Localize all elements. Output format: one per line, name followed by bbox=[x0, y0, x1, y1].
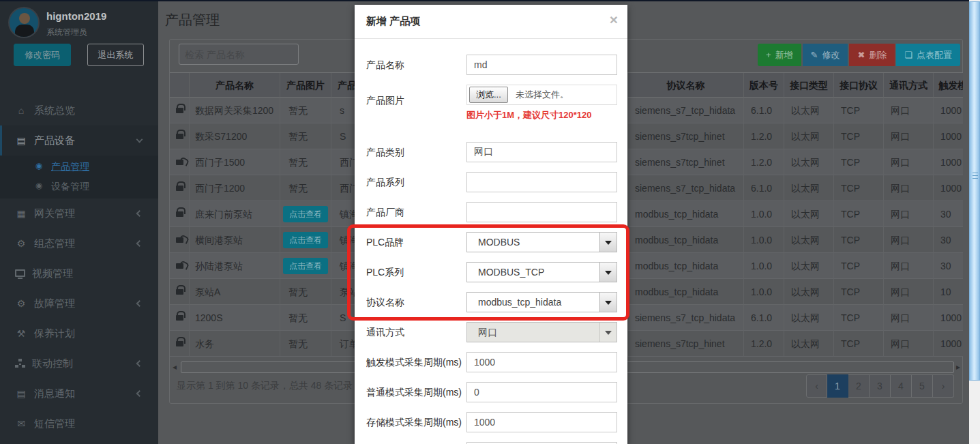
cell-protocol: siemens_s7tcp_hinet bbox=[628, 149, 744, 175]
sidebar-item-device-management[interactable]: ◉设备管理 bbox=[0, 177, 158, 196]
sidebar-item-message-notify[interactable]: ▤消息通知 bbox=[0, 379, 158, 409]
lock-icon bbox=[176, 341, 183, 346]
field-product-category: 产品类别 bbox=[355, 142, 627, 162]
cell-image: 点击查看 bbox=[280, 253, 331, 279]
page-next[interactable]: › bbox=[933, 374, 954, 398]
cell-interface_type: 以太网 bbox=[784, 253, 834, 279]
search-input[interactable] bbox=[179, 44, 299, 65]
cell-comm_mode: 网口 bbox=[884, 175, 934, 201]
lock-icon bbox=[176, 211, 183, 217]
cell-trigger_period: 10 bbox=[934, 279, 963, 305]
field-label: 产品类别 bbox=[366, 142, 469, 162]
cell-comm_mode: 网口 bbox=[884, 279, 934, 305]
delete-button[interactable]: ✖删除 bbox=[849, 44, 895, 66]
cell-image: 暂无 bbox=[280, 123, 331, 149]
normal-period-input[interactable] bbox=[466, 382, 617, 402]
storage-period-input[interactable] bbox=[466, 412, 617, 432]
vertical-scrollbar[interactable] bbox=[969, 0, 980, 444]
lock-cell bbox=[170, 98, 190, 123]
cell-trigger_period: 1000 bbox=[934, 123, 963, 149]
sidebar-item-label: 联动控制 bbox=[32, 357, 73, 369]
close-icon[interactable]: × bbox=[610, 12, 618, 28]
change-password-button[interactable]: 修改密码 bbox=[14, 44, 71, 66]
cell-interface_protocol: TCP bbox=[834, 98, 884, 123]
logout-button[interactable]: 退出系统 bbox=[87, 44, 144, 66]
dropdown-arrow-icon[interactable] bbox=[599, 263, 617, 282]
sidebar-item-label: 消息通知 bbox=[34, 387, 75, 399]
view-image-button[interactable]: 点击查看 bbox=[283, 206, 328, 222]
lock-icon bbox=[176, 134, 183, 139]
scroll-right-icon[interactable]: ▸ bbox=[956, 362, 960, 372]
product-series-input[interactable] bbox=[466, 172, 617, 192]
field-protocol-name: 协议名称modbus_tcp_hidata bbox=[355, 292, 627, 312]
page-3[interactable]: 3 bbox=[870, 374, 891, 398]
protocol-name-select[interactable]: modbus_tcp_hidata bbox=[466, 292, 617, 312]
page-2[interactable]: 2 bbox=[848, 374, 870, 398]
add-button[interactable]: +新增 bbox=[758, 44, 801, 66]
plc-series-select[interactable]: MODBUS_TCP bbox=[466, 262, 617, 282]
sitemap-icon bbox=[15, 359, 25, 368]
scroll-left-icon[interactable]: ◂ bbox=[173, 362, 177, 372]
page-4[interactable]: 4 bbox=[891, 374, 912, 398]
cell-name: 水务 bbox=[190, 331, 280, 357]
plc-brand-select[interactable]: MODBUS bbox=[466, 232, 617, 252]
vertical-scrollbar-thumb[interactable] bbox=[969, 1, 980, 381]
field-plc-series: PLC系列MODBUS_TCP bbox=[355, 262, 627, 282]
cell-comm_mode: 网口 bbox=[884, 201, 934, 227]
home-icon: ⌂ bbox=[15, 95, 27, 125]
sidebar-item-linkage-control[interactable]: 联动控制 bbox=[0, 349, 158, 379]
sidebar-item-product-device[interactable]: ▤产品设备 bbox=[0, 125, 158, 156]
sidebar: hignton2019 系统管理员 修改密码 退出系统 ⌂系统总览▤产品设备◉产… bbox=[0, 1, 158, 444]
cell-protocol: modbus_tcp_hidata bbox=[628, 227, 744, 253]
monitor-icon bbox=[15, 269, 25, 277]
cell-interface_protocol: TCP bbox=[834, 305, 884, 331]
lock-cell bbox=[170, 123, 190, 149]
button-label: 新增 bbox=[775, 49, 793, 61]
field-label: 触发模式采集周期(ms) bbox=[366, 352, 469, 372]
sidebar-item-system-overview[interactable]: ⌂系统总览 bbox=[0, 95, 158, 125]
username: hignton2019 bbox=[46, 10, 106, 22]
sidebar-item-product-management[interactable]: ◉产品管理 bbox=[0, 157, 158, 177]
modal-title: 新增 产品项 bbox=[366, 15, 420, 28]
cell-trigger_period: 1000 bbox=[934, 175, 963, 201]
field-label: 产品名称 bbox=[366, 55, 469, 75]
sidebar-item-maintenance-plan[interactable]: ⚒保养计划 bbox=[0, 319, 158, 349]
view-image-button[interactable]: 点击查看 bbox=[283, 258, 328, 274]
dropdown-arrow-icon[interactable] bbox=[599, 293, 617, 312]
chevron-left-icon bbox=[136, 360, 143, 367]
x-icon: ✖ bbox=[857, 50, 865, 60]
cell-version: 6.1.0 bbox=[744, 305, 784, 331]
product-vendor-input[interactable] bbox=[466, 202, 617, 222]
product-category-input[interactable] bbox=[466, 142, 617, 162]
sidebar-item-sms-management[interactable]: ✉短信管理 bbox=[0, 409, 158, 439]
trigger-period-input[interactable] bbox=[466, 352, 617, 372]
sidebar-item-label: 视频管理 bbox=[32, 267, 73, 279]
page-1[interactable]: 1 bbox=[827, 374, 848, 398]
page-prev[interactable]: ‹ bbox=[806, 374, 827, 398]
select-value: MODBUS bbox=[478, 233, 520, 252]
sidebar-item-label: 系统总览 bbox=[34, 104, 75, 116]
sidebar-item-gateway-management[interactable]: ▦网关管理 bbox=[0, 198, 158, 228]
cell-name: 泵站A bbox=[190, 279, 280, 305]
product-name-input[interactable] bbox=[466, 55, 617, 75]
sidebar-item-video-management[interactable]: 视频管理 bbox=[0, 258, 158, 288]
point-table-config-button[interactable]: ❏点表配置 bbox=[896, 44, 960, 66]
field-label: 产品系列 bbox=[366, 172, 469, 192]
cell-name: 横间港泵站 bbox=[190, 227, 280, 253]
dropdown-arrow-icon[interactable] bbox=[599, 233, 617, 252]
field-storage-period: 存储模式采集周期(ms) bbox=[355, 412, 627, 432]
sidebar-item-label: 网关管理 bbox=[34, 207, 75, 219]
browse-button[interactable]: 浏览... bbox=[469, 87, 508, 103]
view-image-button[interactable]: 点击查看 bbox=[283, 232, 328, 248]
sidebar-item-config-management[interactable]: ⚙组态管理 bbox=[0, 228, 158, 258]
cell-name: 1200S bbox=[190, 305, 280, 331]
field-comm-mode: 通讯方式网口 bbox=[355, 322, 627, 342]
sidebar-item-fault-management[interactable]: ⚙故障管理 bbox=[0, 288, 158, 319]
cell-interface_protocol: TCP bbox=[834, 227, 884, 253]
cell-version: 1.0.0 bbox=[744, 279, 784, 305]
edit-button[interactable]: ✎修改 bbox=[803, 44, 848, 66]
page-5[interactable]: 5 bbox=[912, 374, 933, 398]
cell-name: 数采S71200 bbox=[190, 123, 280, 149]
unlock-icon bbox=[176, 160, 183, 165]
cell-comm_mode: 网口 bbox=[884, 123, 934, 149]
